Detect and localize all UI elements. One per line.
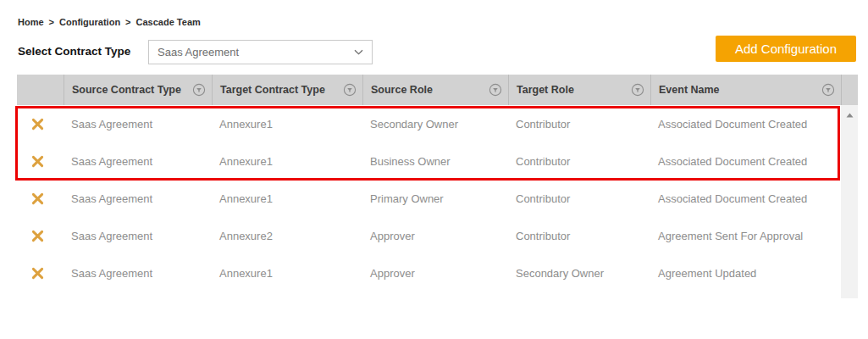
- cell-source-role: Business Owner: [362, 155, 508, 168]
- cell-event-name: Associated Document Created: [650, 118, 841, 131]
- cell-source-contract-type: Saas Agreement: [64, 230, 212, 242]
- header-cell-source-contract-type[interactable]: Source Contract Type: [64, 75, 212, 105]
- cell-source-role: Primary Owner: [362, 192, 508, 205]
- header-label: Target Contract Type: [220, 84, 325, 96]
- x-delete-icon: [31, 267, 44, 280]
- delete-row-button[interactable]: [17, 267, 64, 280]
- filter-icon[interactable]: [631, 83, 644, 97]
- vertical-scrollbar[interactable]: [841, 75, 858, 298]
- table-row: Saas Agreement Annexure1 Business Owner …: [17, 142, 841, 180]
- table-header-row: Source Contract Type Target Contract Typ…: [17, 75, 841, 105]
- table-body: Saas Agreement Annexure1 Secondary Owner…: [17, 105, 841, 292]
- cell-event-name: Associated Document Created: [650, 155, 841, 168]
- cell-source-role: Approver: [362, 267, 508, 280]
- breadcrumb-separator: >: [125, 17, 130, 27]
- delete-row-button[interactable]: [17, 155, 64, 168]
- configuration-table: Source Contract Type Target Contract Typ…: [17, 75, 858, 298]
- header-label: Target Role: [517, 84, 574, 96]
- cell-target-role: Contributor: [508, 230, 650, 242]
- filter-icon[interactable]: [192, 83, 206, 97]
- cell-target-contract-type: Annexure2: [212, 230, 362, 242]
- table-row: Saas Agreement Annexure1 Secondary Owner…: [17, 105, 841, 142]
- cell-target-role: Contributor: [508, 155, 650, 168]
- delete-row-button[interactable]: [17, 192, 64, 205]
- cell-source-contract-type: Saas Agreement: [64, 155, 212, 168]
- cell-source-contract-type: Saas Agreement: [64, 267, 212, 280]
- chevron-down-icon: [354, 49, 363, 55]
- contract-type-label: Select Contract Type: [18, 45, 130, 58]
- breadcrumb-item-home[interactable]: Home: [18, 17, 44, 27]
- up-arrow-icon[interactable]: [846, 113, 854, 118]
- breadcrumb-item-cascade-team[interactable]: Cascade Team: [136, 17, 201, 27]
- scrollbar-track[interactable]: [841, 105, 858, 298]
- header-label: Source Role: [371, 84, 433, 96]
- header-label: Source Contract Type: [72, 84, 181, 96]
- cell-source-contract-type: Saas Agreement: [64, 192, 212, 205]
- cell-target-role: Contributor: [508, 192, 650, 205]
- header-cell-event-name[interactable]: Event Name: [650, 75, 841, 105]
- x-delete-icon: [31, 192, 44, 205]
- cell-event-name: Associated Document Created: [650, 192, 841, 205]
- header-cell-target-role[interactable]: Target Role: [508, 75, 650, 105]
- table-row: Saas Agreement Annexure1 Primary Owner C…: [17, 180, 841, 217]
- delete-row-button[interactable]: [17, 118, 64, 131]
- breadcrumb-item-configuration[interactable]: Configuration: [59, 17, 120, 27]
- add-configuration-button[interactable]: Add Configuration: [716, 36, 856, 62]
- cell-source-role: Approver: [362, 230, 508, 242]
- delete-row-button[interactable]: [17, 230, 64, 242]
- header-cell-source-role[interactable]: Source Role: [362, 75, 508, 105]
- cell-source-contract-type: Saas Agreement: [64, 118, 212, 131]
- filter-icon[interactable]: [821, 83, 835, 97]
- scrollbar-header-cap: [841, 75, 858, 105]
- breadcrumb: Home > Configuration > Cascade Team: [18, 17, 201, 27]
- cell-source-role: Secondary Owner: [362, 118, 508, 131]
- x-delete-icon: [31, 118, 44, 131]
- contract-type-selected-value: Saas Agreement: [158, 46, 239, 58]
- header-cell-actions: [17, 75, 64, 105]
- cell-target-role: Contributor: [508, 118, 650, 131]
- cell-target-contract-type: Annexure1: [212, 192, 362, 205]
- header-label: Event Name: [659, 84, 720, 96]
- cell-target-contract-type: Annexure1: [212, 267, 362, 280]
- cell-target-contract-type: Annexure1: [212, 118, 362, 131]
- filter-icon[interactable]: [489, 83, 502, 97]
- breadcrumb-separator: >: [49, 17, 54, 27]
- page: Home > Configuration > Cascade Team Sele…: [0, 0, 868, 339]
- table-row: Saas Agreement Annexure2 Approver Contri…: [17, 217, 841, 254]
- x-delete-icon: [31, 155, 44, 168]
- table-row: Saas Agreement Annexure1 Approver Second…: [17, 254, 841, 292]
- filter-icon[interactable]: [343, 83, 357, 97]
- cell-target-contract-type: Annexure1: [212, 155, 362, 168]
- cell-event-name: Agreement Sent For Approval: [650, 230, 841, 242]
- header-cell-target-contract-type[interactable]: Target Contract Type: [212, 75, 362, 105]
- cell-target-role: Secondary Owner: [508, 267, 650, 280]
- cell-event-name: Agreement Updated: [650, 267, 841, 280]
- x-delete-icon: [31, 230, 44, 242]
- contract-type-dropdown[interactable]: Saas Agreement: [148, 40, 373, 64]
